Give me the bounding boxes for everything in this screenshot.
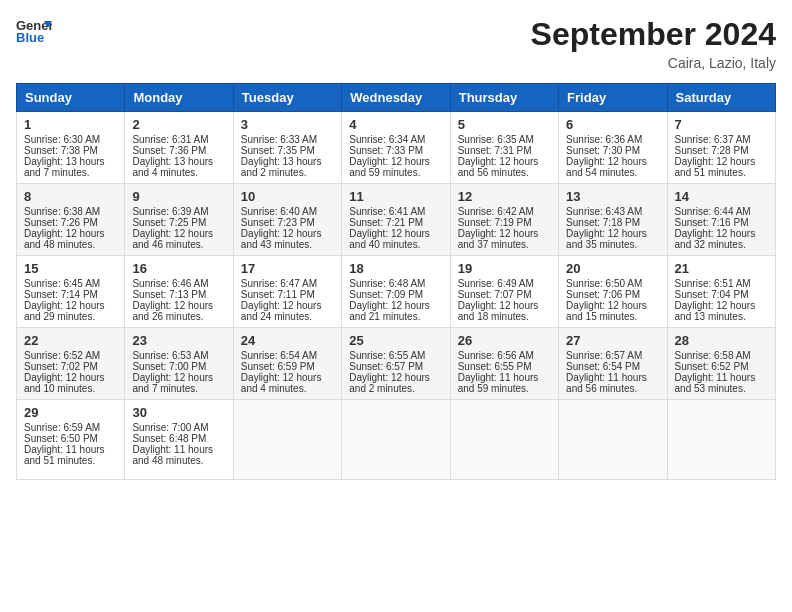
- table-row: 20 Sunrise: 6:50 AM Sunset: 7:06 PM Dayl…: [559, 256, 667, 328]
- daylight-label: Daylight: 11 hours and 53 minutes.: [675, 372, 756, 394]
- sunset-label: Sunset: 7:23 PM: [241, 217, 315, 228]
- table-row: 15 Sunrise: 6:45 AM Sunset: 7:14 PM Dayl…: [17, 256, 125, 328]
- day-number: 26: [458, 333, 551, 348]
- day-number: 18: [349, 261, 442, 276]
- calendar-week-row: 8 Sunrise: 6:38 AM Sunset: 7:26 PM Dayli…: [17, 184, 776, 256]
- sunset-label: Sunset: 7:07 PM: [458, 289, 532, 300]
- sunrise-label: Sunrise: 6:44 AM: [675, 206, 751, 217]
- sunrise-label: Sunrise: 6:41 AM: [349, 206, 425, 217]
- day-number: 22: [24, 333, 117, 348]
- day-number: 5: [458, 117, 551, 132]
- sunset-label: Sunset: 7:18 PM: [566, 217, 640, 228]
- day-number: 4: [349, 117, 442, 132]
- table-row: 4 Sunrise: 6:34 AM Sunset: 7:33 PM Dayli…: [342, 112, 450, 184]
- daylight-label: Daylight: 11 hours and 51 minutes.: [24, 444, 105, 466]
- sunset-label: Sunset: 7:11 PM: [241, 289, 315, 300]
- daylight-label: Daylight: 12 hours and 26 minutes.: [132, 300, 213, 322]
- calendar-week-row: 22 Sunrise: 6:52 AM Sunset: 7:02 PM Dayl…: [17, 328, 776, 400]
- sunrise-label: Sunrise: 6:45 AM: [24, 278, 100, 289]
- day-number: 23: [132, 333, 225, 348]
- table-row: 24 Sunrise: 6:54 AM Sunset: 6:59 PM Dayl…: [233, 328, 341, 400]
- sunset-label: Sunset: 6:55 PM: [458, 361, 532, 372]
- day-number: 27: [566, 333, 659, 348]
- day-number: 20: [566, 261, 659, 276]
- table-row: 26 Sunrise: 6:56 AM Sunset: 6:55 PM Dayl…: [450, 328, 558, 400]
- table-row: 2 Sunrise: 6:31 AM Sunset: 7:36 PM Dayli…: [125, 112, 233, 184]
- table-row: 9 Sunrise: 6:39 AM Sunset: 7:25 PM Dayli…: [125, 184, 233, 256]
- table-row: [667, 400, 775, 480]
- day-number: 2: [132, 117, 225, 132]
- col-friday: Friday: [559, 84, 667, 112]
- day-number: 7: [675, 117, 768, 132]
- table-row: 13 Sunrise: 6:43 AM Sunset: 7:18 PM Dayl…: [559, 184, 667, 256]
- sunrise-label: Sunrise: 6:35 AM: [458, 134, 534, 145]
- sunrise-label: Sunrise: 6:42 AM: [458, 206, 534, 217]
- sunrise-label: Sunrise: 6:46 AM: [132, 278, 208, 289]
- col-sunday: Sunday: [17, 84, 125, 112]
- daylight-label: Daylight: 12 hours and 7 minutes.: [132, 372, 213, 394]
- sunset-label: Sunset: 7:30 PM: [566, 145, 640, 156]
- sunset-label: Sunset: 7:21 PM: [349, 217, 423, 228]
- table-row: 17 Sunrise: 6:47 AM Sunset: 7:11 PM Dayl…: [233, 256, 341, 328]
- calendar-table: Sunday Monday Tuesday Wednesday Thursday…: [16, 83, 776, 480]
- table-row: 5 Sunrise: 6:35 AM Sunset: 7:31 PM Dayli…: [450, 112, 558, 184]
- day-number: 15: [24, 261, 117, 276]
- logo-icon: General Blue: [16, 16, 52, 44]
- col-thursday: Thursday: [450, 84, 558, 112]
- calendar-week-row: 29 Sunrise: 6:59 AM Sunset: 6:50 PM Dayl…: [17, 400, 776, 480]
- page-header: General Blue September 2024 Caira, Lazio…: [16, 16, 776, 71]
- day-number: 17: [241, 261, 334, 276]
- daylight-label: Daylight: 12 hours and 48 minutes.: [24, 228, 105, 250]
- daylight-label: Daylight: 13 hours and 7 minutes.: [24, 156, 105, 178]
- sunset-label: Sunset: 7:38 PM: [24, 145, 98, 156]
- daylight-label: Daylight: 12 hours and 59 minutes.: [349, 156, 430, 178]
- sunrise-label: Sunrise: 6:47 AM: [241, 278, 317, 289]
- sunrise-label: Sunrise: 6:53 AM: [132, 350, 208, 361]
- sunrise-label: Sunrise: 6:55 AM: [349, 350, 425, 361]
- table-row: [342, 400, 450, 480]
- sunrise-label: Sunrise: 6:54 AM: [241, 350, 317, 361]
- calendar-header-row: Sunday Monday Tuesday Wednesday Thursday…: [17, 84, 776, 112]
- sunrise-label: Sunrise: 6:31 AM: [132, 134, 208, 145]
- sunrise-label: Sunrise: 6:56 AM: [458, 350, 534, 361]
- col-saturday: Saturday: [667, 84, 775, 112]
- day-number: 21: [675, 261, 768, 276]
- sunrise-label: Sunrise: 6:40 AM: [241, 206, 317, 217]
- sunset-label: Sunset: 7:04 PM: [675, 289, 749, 300]
- sunset-label: Sunset: 6:59 PM: [241, 361, 315, 372]
- table-row: [450, 400, 558, 480]
- table-row: 10 Sunrise: 6:40 AM Sunset: 7:23 PM Dayl…: [233, 184, 341, 256]
- sunset-label: Sunset: 6:57 PM: [349, 361, 423, 372]
- table-row: 23 Sunrise: 6:53 AM Sunset: 7:00 PM Dayl…: [125, 328, 233, 400]
- daylight-label: Daylight: 12 hours and 40 minutes.: [349, 228, 430, 250]
- daylight-label: Daylight: 12 hours and 35 minutes.: [566, 228, 647, 250]
- sunset-label: Sunset: 7:19 PM: [458, 217, 532, 228]
- sunrise-label: Sunrise: 6:49 AM: [458, 278, 534, 289]
- table-row: 11 Sunrise: 6:41 AM Sunset: 7:21 PM Dayl…: [342, 184, 450, 256]
- daylight-label: Daylight: 12 hours and 21 minutes.: [349, 300, 430, 322]
- sunset-label: Sunset: 6:52 PM: [675, 361, 749, 372]
- daylight-label: Daylight: 12 hours and 32 minutes.: [675, 228, 756, 250]
- table-row: 27 Sunrise: 6:57 AM Sunset: 6:54 PM Dayl…: [559, 328, 667, 400]
- daylight-label: Daylight: 12 hours and 51 minutes.: [675, 156, 756, 178]
- sunset-label: Sunset: 7:02 PM: [24, 361, 98, 372]
- day-number: 8: [24, 189, 117, 204]
- location: Caira, Lazio, Italy: [531, 55, 776, 71]
- col-monday: Monday: [125, 84, 233, 112]
- calendar-week-row: 15 Sunrise: 6:45 AM Sunset: 7:14 PM Dayl…: [17, 256, 776, 328]
- table-row: [233, 400, 341, 480]
- table-row: 8 Sunrise: 6:38 AM Sunset: 7:26 PM Dayli…: [17, 184, 125, 256]
- daylight-label: Daylight: 12 hours and 37 minutes.: [458, 228, 539, 250]
- daylight-label: Daylight: 11 hours and 48 minutes.: [132, 444, 213, 466]
- table-row: 30 Sunrise: 7:00 AM Sunset: 6:48 PM Dayl…: [125, 400, 233, 480]
- logo: General Blue: [16, 16, 52, 44]
- day-number: 6: [566, 117, 659, 132]
- sunset-label: Sunset: 7:06 PM: [566, 289, 640, 300]
- sunrise-label: Sunrise: 6:57 AM: [566, 350, 642, 361]
- day-number: 16: [132, 261, 225, 276]
- table-row: 28 Sunrise: 6:58 AM Sunset: 6:52 PM Dayl…: [667, 328, 775, 400]
- daylight-label: Daylight: 11 hours and 59 minutes.: [458, 372, 539, 394]
- daylight-label: Daylight: 13 hours and 4 minutes.: [132, 156, 213, 178]
- sunrise-label: Sunrise: 6:43 AM: [566, 206, 642, 217]
- table-row: 6 Sunrise: 6:36 AM Sunset: 7:30 PM Dayli…: [559, 112, 667, 184]
